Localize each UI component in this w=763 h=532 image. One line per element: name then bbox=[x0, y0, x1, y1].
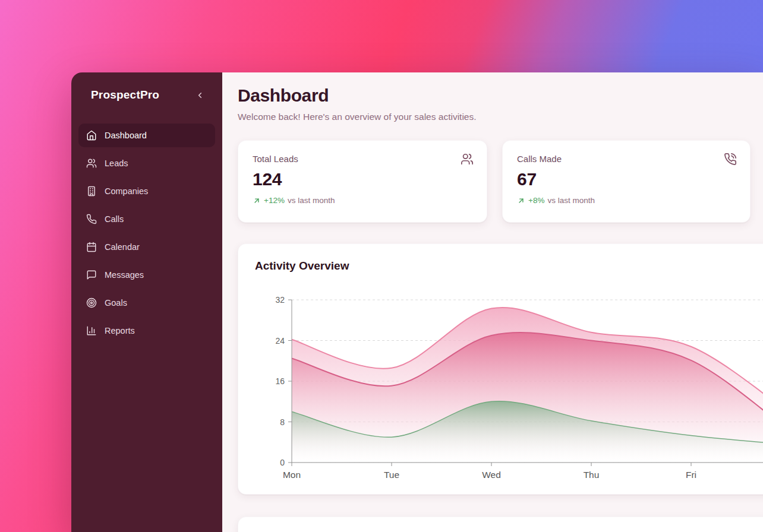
sidebar-item-dashboard[interactable]: Dashboard bbox=[78, 124, 215, 147]
sidebar-item-companies[interactable]: Companies bbox=[78, 179, 215, 203]
stat-value: 67 bbox=[517, 169, 736, 189]
stat-value: 124 bbox=[253, 169, 472, 189]
trend-percent: +12% bbox=[264, 196, 285, 205]
sidebar: ProspectPro Dashboard Leads Companies Ca… bbox=[71, 72, 222, 532]
phone-call-icon bbox=[724, 153, 737, 166]
stat-trend: +12% vs last month bbox=[253, 196, 472, 205]
stat-card-total-leads: Total Leads 124 +12% vs last month bbox=[238, 140, 487, 223]
trend-note: vs last month bbox=[288, 196, 335, 205]
sidebar-item-label: Goals bbox=[105, 298, 127, 308]
sidebar-collapse-button[interactable] bbox=[194, 90, 206, 101]
svg-text:Wed: Wed bbox=[482, 470, 501, 480]
stat-trend: +8% vs last month bbox=[517, 196, 736, 205]
desktop-background: { "brand": { "name": "ProspectPro" }, "s… bbox=[0, 0, 763, 532]
svg-text:8: 8 bbox=[280, 417, 285, 427]
users-icon bbox=[86, 158, 97, 169]
svg-text:16: 16 bbox=[275, 376, 285, 386]
svg-text:24: 24 bbox=[275, 336, 285, 346]
trend-percent: +8% bbox=[528, 196, 544, 205]
home-icon bbox=[86, 130, 97, 141]
target-icon bbox=[86, 297, 97, 308]
sidebar-nav: Dashboard Leads Companies Calls Calendar… bbox=[71, 124, 222, 343]
main-content: Dashboard Welcome back! Here's an overvi… bbox=[222, 72, 763, 532]
trend-note: vs last month bbox=[547, 196, 595, 205]
phone-icon bbox=[86, 214, 97, 224]
stat-label: Total Leads bbox=[253, 154, 472, 164]
message-icon bbox=[86, 270, 97, 280]
activity-overview-card: 08162432MonTueWedThuFri Activity Overvie… bbox=[238, 243, 763, 495]
arrow-up-right-icon bbox=[517, 197, 525, 205]
sidebar-item-label: Messages bbox=[105, 270, 144, 280]
sidebar-item-label: Dashboard bbox=[105, 131, 147, 140]
brand-logo-text: ProspectPro bbox=[91, 88, 159, 102]
sidebar-item-reports[interactable]: Reports bbox=[78, 319, 215, 343]
stat-label: Calls Made bbox=[517, 154, 736, 164]
svg-text:Tue: Tue bbox=[384, 470, 399, 480]
arrow-up-right-icon bbox=[253, 197, 261, 205]
sidebar-item-label: Companies bbox=[105, 186, 148, 196]
calendar-icon bbox=[86, 242, 97, 252]
svg-text:0: 0 bbox=[280, 458, 285, 467]
sidebar-item-messages[interactable]: Messages bbox=[78, 263, 215, 287]
bar-chart-icon bbox=[86, 325, 97, 336]
page-title: Dashboard bbox=[238, 86, 329, 106]
app-window: ProspectPro Dashboard Leads Companies Ca… bbox=[71, 72, 763, 532]
sidebar-item-label: Calendar bbox=[105, 242, 140, 252]
svg-text:Fri: Fri bbox=[686, 470, 696, 480]
page-subtitle: Welcome back! Here's an overview of your… bbox=[238, 112, 477, 122]
svg-text:32: 32 bbox=[275, 295, 285, 305]
sidebar-item-label: Leads bbox=[105, 159, 128, 168]
stat-card-calls-made: Calls Made 67 +8% vs last month bbox=[502, 140, 751, 223]
sidebar-item-calls[interactable]: Calls bbox=[78, 207, 215, 231]
svg-text:Thu: Thu bbox=[584, 470, 600, 480]
sidebar-item-leads[interactable]: Leads bbox=[78, 151, 215, 175]
sidebar-header: ProspectPro bbox=[91, 88, 206, 102]
svg-text:Mon: Mon bbox=[283, 470, 301, 480]
sidebar-item-label: Calls bbox=[105, 214, 124, 224]
bottom-card-partial bbox=[238, 517, 763, 532]
activity-area-chart: 08162432MonTueWedThuFri bbox=[238, 244, 763, 495]
sidebar-item-calendar[interactable]: Calendar bbox=[78, 235, 215, 259]
users-icon bbox=[461, 153, 474, 166]
building-icon bbox=[86, 186, 97, 197]
sidebar-item-label: Reports bbox=[105, 326, 135, 335]
sidebar-item-goals[interactable]: Goals bbox=[78, 291, 215, 315]
chevron-left-icon bbox=[196, 91, 204, 100]
chart-title: Activity Overview bbox=[255, 259, 349, 273]
